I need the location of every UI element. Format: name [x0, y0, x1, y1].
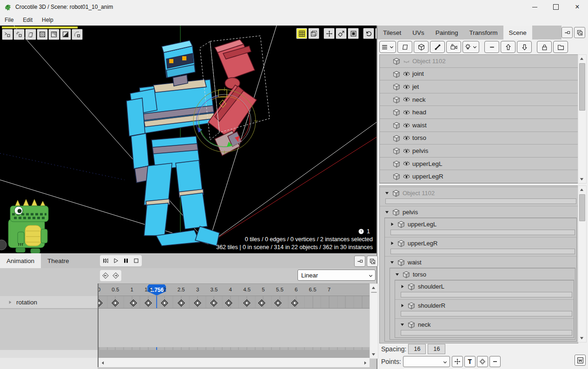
timeline-ruler[interactable]: 1.756 00.511.522.533.544.555.566.57	[0, 283, 370, 296]
scene-item-waist[interactable]: waist	[380, 119, 578, 132]
maximize-button[interactable]	[545, 0, 567, 14]
stop-icon[interactable]	[132, 256, 141, 265]
rotate-tile-icon[interactable]	[72, 29, 83, 40]
merge-tiles-icon[interactable]	[2, 29, 13, 40]
axis-move-icon[interactable]	[324, 28, 335, 39]
visible-eye-icon[interactable]	[403, 146, 410, 155]
visible-eye-icon[interactable]	[403, 134, 410, 142]
expand-icon[interactable]	[7, 299, 13, 306]
scroll-left-icon[interactable]	[100, 358, 105, 367]
keyframe-icon[interactable]	[274, 298, 282, 307]
scene-item-pelvis[interactable]: pelvis	[380, 145, 578, 158]
visible-eye-icon[interactable]	[403, 159, 410, 168]
collapse-icon[interactable]	[395, 270, 400, 278]
scene-item-joint[interactable]: joint	[380, 68, 578, 81]
scroll-right-icon[interactable]	[363, 358, 368, 367]
remove-object-icon[interactable]	[484, 41, 499, 53]
close-button[interactable]: ×	[567, 0, 588, 14]
keyframe-strip[interactable]	[98, 296, 370, 309]
interpolation-select[interactable]: Linear	[297, 270, 376, 281]
cube-tool-icon[interactable]	[414, 41, 429, 53]
keyframe-icon[interactable]	[210, 298, 218, 307]
scroll-thumb[interactable]	[579, 63, 585, 111]
spacing-x-field[interactable]: 16	[408, 344, 426, 354]
tree-item-upperlegl[interactable]: upperLegL	[385, 218, 576, 230]
scene-item-upperlegr[interactable]: upperLegR	[380, 170, 578, 183]
skip-start-icon[interactable]	[101, 256, 110, 265]
tab-scene[interactable]: Scene	[503, 26, 532, 40]
visible-eye-icon[interactable]	[403, 121, 410, 129]
keyframe-icon[interactable]	[161, 298, 168, 307]
collapse-icon[interactable]	[384, 208, 390, 216]
camera-tool-icon[interactable]	[446, 41, 461, 53]
keyframe-icon[interactable]	[194, 298, 201, 307]
visible-eye-icon[interactable]	[403, 172, 410, 181]
scene-item-head[interactable]: head	[380, 106, 578, 119]
solid-view-icon[interactable]	[348, 28, 359, 39]
scroll-up-icon[interactable]	[578, 186, 585, 193]
keyframe-icon[interactable]	[258, 298, 265, 307]
play-icon[interactable]	[111, 256, 120, 265]
visible-eye-icon[interactable]	[403, 95, 410, 104]
scroll-down-icon[interactable]	[370, 351, 377, 358]
visible-eye-icon[interactable]	[403, 70, 410, 78]
options-menu-icon[interactable]	[379, 41, 396, 53]
tab-animation[interactable]: Animation	[0, 253, 41, 268]
uv-transfer-icon[interactable]	[336, 28, 347, 39]
next-keyframe-icon[interactable]	[111, 271, 120, 280]
pause-icon[interactable]	[121, 256, 131, 265]
scene-item-neck[interactable]: neck	[380, 93, 578, 106]
prev-keyframe-icon[interactable]	[101, 271, 110, 280]
undock-panel-icon[interactable]	[562, 27, 573, 38]
scroll-down-icon[interactable]	[578, 176, 585, 183]
pattern-fill-icon[interactable]	[37, 29, 48, 40]
move-up-icon[interactable]	[501, 41, 515, 53]
tab-transform[interactable]: Transform	[464, 26, 503, 40]
tree-item-neck[interactable]: neck	[395, 319, 574, 330]
layout-panels-icon[interactable]	[574, 27, 585, 38]
expand-icon[interactable]	[400, 301, 405, 310]
open-group-icon[interactable]	[553, 41, 568, 53]
tab-theatre[interactable]: Theatre	[41, 253, 76, 268]
layout-panels-icon[interactable]	[367, 256, 378, 267]
tree-item-shoulderl[interactable]: shoulderL	[395, 281, 574, 292]
scene-item-jet[interactable]: jet	[380, 80, 578, 93]
collapse-icon[interactable]	[384, 189, 390, 197]
keyframe-icon[interactable]	[225, 298, 232, 307]
scroll-up-icon[interactable]	[578, 55, 585, 62]
scene-item-torso[interactable]: torso	[380, 132, 578, 145]
draw-shape-icon[interactable]	[25, 29, 36, 40]
scroll-thumb[interactable]	[371, 292, 377, 293]
expand-icon[interactable]	[400, 282, 405, 290]
tree-item-shoulderr[interactable]: shoulderR	[395, 300, 574, 311]
visible-eye-icon[interactable]	[403, 82, 410, 91]
tab-uvs[interactable]: UVs	[407, 26, 430, 40]
viewport-3d[interactable]: 1 0 tiles / 0 edges / 0 vertices / 2 ins…	[0, 26, 377, 253]
keyframe-icon[interactable]	[145, 298, 152, 307]
expand-icon[interactable]	[390, 239, 395, 247]
lock-objects-icon[interactable]	[537, 41, 552, 53]
tab-tileset[interactable]: Tileset	[377, 26, 407, 40]
burst-fill-icon[interactable]	[48, 29, 59, 40]
diagonal-fill-icon[interactable]	[60, 29, 71, 40]
scene-item-object-1102[interactable]: Object 1102	[380, 55, 578, 68]
menu-help[interactable]: Help	[37, 15, 58, 25]
collapse-icon[interactable]	[390, 258, 395, 266]
keyframe-icon[interactable]	[243, 298, 251, 307]
grid-snap-icon[interactable]	[296, 28, 307, 39]
tree-item-upperlegr[interactable]: upperLegR	[385, 237, 576, 249]
scene-list-scrollbar[interactable]	[578, 54, 587, 184]
tree-item-object-1102[interactable]: Object 1102	[380, 187, 578, 198]
undo-icon[interactable]	[363, 28, 374, 39]
visible-eye-icon[interactable]	[403, 108, 410, 117]
text-tool-icon[interactable]: T	[464, 356, 476, 367]
timeline-hscrollbar[interactable]	[99, 358, 370, 367]
spacing-y-field[interactable]: 16	[428, 344, 445, 354]
tree-scrollbar[interactable]	[578, 185, 587, 343]
w-panel-icon[interactable]	[575, 355, 586, 366]
timeline-vscrollbar[interactable]	[370, 283, 378, 359]
move-down-icon[interactable]	[517, 41, 532, 53]
scene-item-upperlegl[interactable]: upperLegL	[380, 158, 578, 171]
move-points-icon[interactable]	[452, 356, 463, 367]
keyframe-icon[interactable]	[178, 298, 185, 307]
